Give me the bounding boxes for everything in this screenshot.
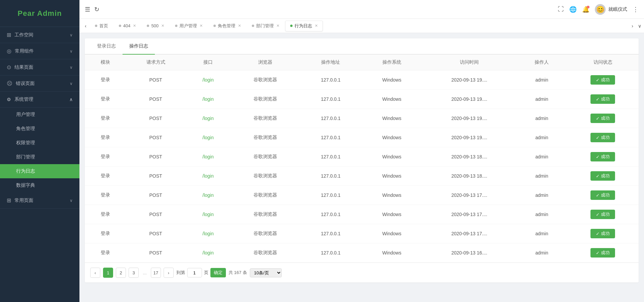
sidebar-item-user-manage[interactable]: 用户管理: [0, 108, 79, 122]
col-status: 访问状态: [567, 55, 639, 70]
sidebar: Pear Admin ⊞ 工作空间 ∨ ◎ 常用组件 ∨ ⊙ 结果页面 ∨ ☹ …: [0, 0, 79, 302]
tab-close-icon[interactable]: ✕: [133, 24, 136, 28]
tab-500[interactable]: 500 ✕: [142, 21, 169, 31]
sidebar-item-behavior-log[interactable]: 行为日志: [0, 164, 79, 178]
table-row: 登录POST/login谷歌浏览器127.0.0.1Windows2020-09…: [85, 147, 639, 167]
sidebar-item-error[interactable]: ☹ 错误页面 ∨: [0, 76, 79, 92]
sidebar-item-role-manage[interactable]: 角色管理: [0, 122, 79, 136]
status-badge: 成功: [590, 171, 615, 181]
sidebar-logo: Pear Admin: [0, 0, 79, 27]
sidebar-item-perm-manage[interactable]: 权限管理: [0, 136, 79, 150]
pages-icon: ⊞: [7, 197, 11, 204]
col-os: 操作系统: [362, 55, 422, 70]
sidebar-item-label: 系统管理: [14, 96, 33, 102]
table-row: 登录POST/login谷歌浏览器127.0.0.1Windows2020-09…: [85, 205, 639, 224]
page-goto-input[interactable]: [187, 268, 202, 277]
chevron-down-icon: ∨: [70, 81, 73, 86]
table-header: 模块 请求方式 接口 浏览器 操作地址 操作系统 访问时间 操作人 访问状态: [85, 55, 639, 70]
user-menu[interactable]: 😊 就眠仪式: [595, 4, 627, 15]
status-badge: 成功: [590, 133, 615, 142]
page-prev-button[interactable]: ‹: [90, 268, 100, 278]
sidebar-item-label: 常用页面: [14, 198, 33, 204]
status-badge: 成功: [590, 94, 615, 104]
sidebar-item-data-dict[interactable]: 数据字典: [0, 178, 79, 192]
tab-role-manage[interactable]: 角色管理 ✕: [208, 21, 246, 31]
sidebar-item-label: 错误页面: [16, 81, 35, 87]
tab-404[interactable]: 404 ✕: [114, 21, 141, 31]
status-badge: 成功: [590, 114, 615, 123]
sidebar-item-result[interactable]: ⊙ 结果页面 ∨: [0, 59, 79, 76]
page-1-button[interactable]: 1: [103, 268, 113, 278]
log-table: 模块 请求方式 接口 浏览器 操作地址 操作系统 访问时间 操作人 访问状态 登…: [85, 55, 639, 263]
log-table-wrapper: 模块 请求方式 接口 浏览器 操作地址 操作系统 访问时间 操作人 访问状态 登…: [85, 55, 639, 263]
sidebar-item-label: 常用组件: [15, 48, 34, 54]
tab-close-icon[interactable]: ✕: [238, 24, 241, 28]
page-next-button[interactable]: ›: [164, 268, 174, 278]
col-module: 模块: [85, 55, 126, 70]
page-label: 页: [204, 270, 208, 276]
sidebar-item-dept-manage[interactable]: 部门管理: [0, 150, 79, 164]
sidebar-item-common-pages[interactable]: ⊞ 常用页面 ∨: [0, 192, 79, 209]
sidebar-item-sysmanage[interactable]: ⚙ 系统管理 ∧: [0, 92, 79, 108]
sub-tab-login-log[interactable]: 登录日志: [90, 38, 123, 55]
chevron-down-icon: ∨: [70, 33, 73, 37]
notification-button[interactable]: 🔔: [582, 6, 589, 13]
menu-toggle-icon[interactable]: ☰: [85, 6, 90, 13]
sub-tab-bar: 登录日志 操作日志: [85, 38, 639, 55]
tab-dot: [119, 25, 121, 27]
page-size-select[interactable]: 10条/页 20条/页 50条/页: [250, 268, 282, 277]
tab-bar: ‹ 首页 404 ✕ 500 ✕ 用户管理 ✕ 角色管理 ✕ 部门管理: [79, 19, 644, 33]
tab-dot: [147, 25, 149, 27]
status-badge: 成功: [590, 75, 615, 85]
page-confirm-button[interactable]: 确定: [210, 268, 226, 277]
tab-close-icon[interactable]: ✕: [315, 24, 318, 28]
tab-home[interactable]: 首页: [90, 21, 113, 31]
topbar-left: ☰ ↻: [85, 6, 99, 13]
col-method: 请求方式: [126, 55, 186, 70]
page-last-button[interactable]: 17: [151, 268, 161, 278]
content-card: 登录日志 操作日志 模块 请求方式 接口 浏览器 操作地址: [85, 38, 639, 282]
table-row: 登录POST/login谷歌浏览器127.0.0.1Windows2020-09…: [85, 109, 639, 128]
tab-dot: [95, 25, 97, 27]
refresh-icon[interactable]: ↻: [94, 6, 99, 13]
sub-tab-operation-log[interactable]: 操作日志: [123, 38, 155, 55]
status-badge: 成功: [590, 190, 615, 200]
username-label: 就眠仪式: [608, 6, 627, 12]
tab-close-icon[interactable]: ✕: [276, 24, 279, 28]
topbar: ☰ ↻ ⛶ 🌐 🔔 😊 就眠仪式 ⋮: [79, 0, 644, 19]
fullscreen-button[interactable]: ⛶: [558, 6, 564, 13]
sidebar-item-label: 工作空间: [14, 32, 33, 38]
more-options-icon[interactable]: ⋮: [633, 6, 639, 13]
status-badge: 成功: [590, 229, 615, 238]
tab-dot: [213, 25, 216, 27]
page-total-label: 共 167 条: [229, 270, 247, 276]
page-2-button[interactable]: 2: [116, 268, 126, 278]
col-time: 访问时间: [422, 55, 517, 70]
tab-dept-manage[interactable]: 部门管理 ✕: [247, 21, 284, 31]
status-badge: 成功: [590, 248, 615, 258]
content-area: 登录日志 操作日志 模块 请求方式 接口 浏览器 操作地址: [79, 33, 644, 302]
status-badge: 成功: [590, 152, 615, 161]
main-area: ☰ ↻ ⛶ 🌐 🔔 😊 就眠仪式 ⋮ ‹ 首页: [79, 0, 644, 302]
page-3-button[interactable]: 3: [129, 268, 139, 278]
tab-close-icon[interactable]: ✕: [200, 24, 203, 28]
table-row: 登录POST/login谷歌浏览器127.0.0.1Windows2020-09…: [85, 128, 639, 147]
chevron-down-icon: ∨: [70, 49, 73, 54]
tab-dropdown-icon[interactable]: ∨: [638, 23, 641, 29]
tab-dot: [252, 25, 254, 27]
table-row: 登录POST/login谷歌浏览器127.0.0.1Windows2020-09…: [85, 224, 639, 243]
tab-close-icon[interactable]: ✕: [161, 24, 164, 28]
tab-user-manage[interactable]: 用户管理 ✕: [170, 21, 208, 31]
col-api: 接口: [186, 55, 231, 70]
globe-icon[interactable]: 🌐: [569, 6, 577, 13]
sidebar-item-components[interactable]: ◎ 常用组件 ∨: [0, 43, 79, 59]
tab-behavior-log[interactable]: 行为日志 ✕: [285, 21, 323, 31]
workspace-icon: ⊞: [7, 32, 11, 38]
tab-scroll-right-icon[interactable]: ›: [629, 22, 636, 30]
col-operator: 操作人: [516, 55, 567, 70]
app-title: Pear Admin: [18, 9, 62, 18]
notification-dot: [587, 6, 589, 8]
chevron-up-icon: ∧: [69, 97, 73, 102]
sidebar-item-workspace[interactable]: ⊞ 工作空间 ∨: [0, 27, 79, 43]
tab-scroll-left-icon[interactable]: ‹: [82, 22, 89, 30]
